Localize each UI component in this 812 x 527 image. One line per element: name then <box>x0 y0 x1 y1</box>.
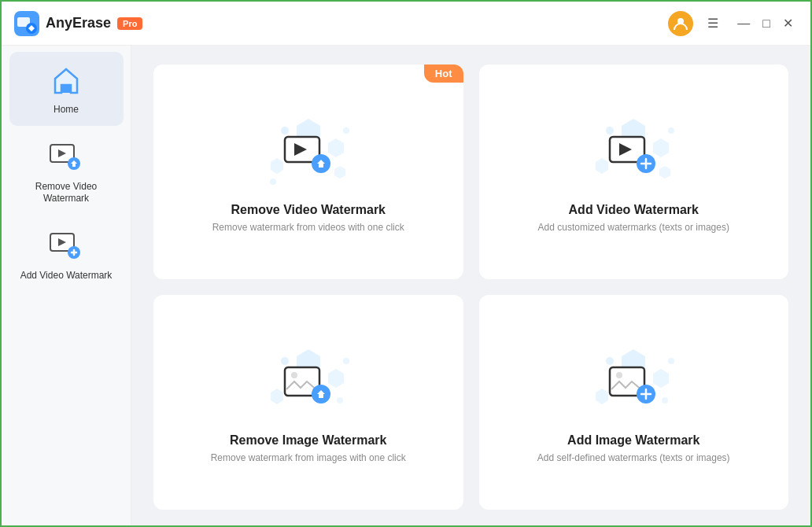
remove-video-icon <box>47 138 85 176</box>
remove-video-watermark-desc: Remove watermark from videos with one cl… <box>212 222 404 233</box>
hot-badge: Hot <box>424 64 463 83</box>
svg-point-37 <box>291 372 297 378</box>
title-bar: AnyErase Pro ☰ — □ ✕ <box>2 2 810 46</box>
card-add-image-watermark[interactable]: Add Image Watermark Add self-defined wat… <box>479 295 789 510</box>
add-video-watermark-desc: Add customized watermarks (texts or imag… <box>538 222 729 233</box>
remove-image-watermark-icon-area <box>261 345 356 424</box>
sidebar-item-add-video-label: Add Video Watermark <box>20 270 113 282</box>
remove-video-watermark-title: Remove Video Watermark <box>231 203 386 217</box>
title-bar-right: ☰ — □ ✕ <box>668 11 798 36</box>
menu-button[interactable]: ☰ <box>703 13 723 34</box>
minimize-button[interactable]: — <box>733 13 755 34</box>
svg-point-43 <box>668 358 674 364</box>
remove-image-watermark-title: Remove Image Watermark <box>230 433 387 448</box>
pro-badge: Pro <box>117 17 142 30</box>
svg-point-16 <box>343 127 349 134</box>
card-remove-video-watermark[interactable]: Hot R <box>153 64 463 279</box>
svg-marker-23 <box>596 158 608 174</box>
remove-image-watermark-desc: Remove watermark from images with one cl… <box>211 452 406 463</box>
window-controls: — □ ✕ <box>733 13 798 34</box>
add-video-watermark-icon-area <box>586 115 681 193</box>
add-video-icon <box>47 227 85 265</box>
avatar-button[interactable] <box>668 11 693 36</box>
add-video-watermark-title: Add Video Watermark <box>569 203 699 217</box>
maximize-button[interactable]: □ <box>758 13 775 34</box>
add-image-watermark-icon-area <box>586 345 681 424</box>
sidebar-item-home-label: Home <box>54 104 79 116</box>
remove-video-watermark-icon-area <box>261 115 356 193</box>
svg-point-26 <box>668 127 674 134</box>
svg-marker-24 <box>659 166 670 179</box>
main-content: Hot R <box>131 46 810 527</box>
svg-rect-4 <box>61 85 71 93</box>
app-name: AnyErase <box>46 15 111 31</box>
svg-point-46 <box>616 372 622 378</box>
card-remove-image-watermark[interactable]: Remove Image Watermark Remove watermark … <box>153 295 463 510</box>
sidebar: Home Remove Video Watermark <box>2 46 131 527</box>
add-image-watermark-title: Add Image Watermark <box>567 433 699 448</box>
sidebar-item-remove-video[interactable]: Remove Video Watermark <box>9 129 124 215</box>
card-add-video-watermark[interactable]: Add Video Watermark Add customized water… <box>479 64 789 279</box>
svg-marker-14 <box>334 166 345 179</box>
title-bar-left: AnyErase Pro <box>14 11 142 36</box>
app-logo <box>14 11 39 36</box>
close-button[interactable]: ✕ <box>778 13 798 34</box>
svg-point-44 <box>662 397 668 404</box>
sidebar-item-add-video[interactable]: Add Video Watermark <box>9 218 124 292</box>
svg-marker-41 <box>596 389 608 404</box>
svg-marker-32 <box>271 389 283 404</box>
svg-point-35 <box>337 397 343 404</box>
svg-point-17 <box>270 179 276 185</box>
svg-point-34 <box>343 358 349 364</box>
sidebar-item-remove-video-label: Remove Video Watermark <box>16 181 117 205</box>
sidebar-item-home[interactable]: Home <box>9 52 124 126</box>
svg-marker-13 <box>271 158 283 174</box>
app-layout: Home Remove Video Watermark <box>2 46 810 527</box>
add-image-watermark-desc: Add self-defined watermarks (texts or im… <box>537 452 730 463</box>
home-icon <box>47 61 85 99</box>
